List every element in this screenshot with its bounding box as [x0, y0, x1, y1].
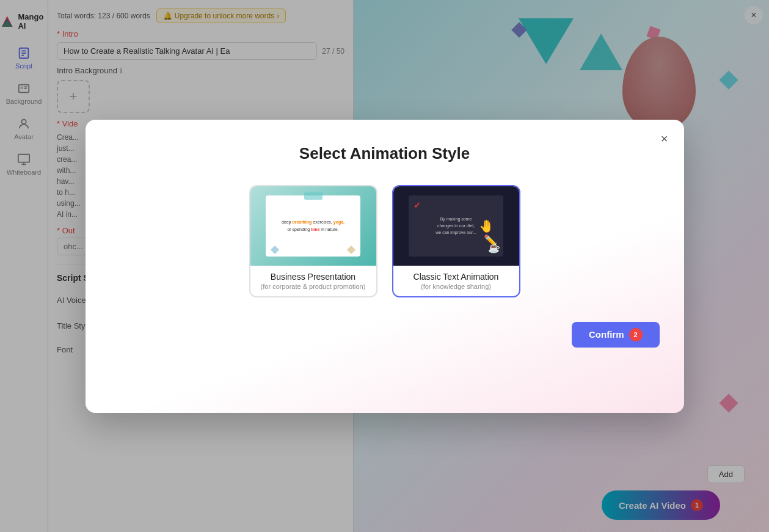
card-hand-icon: 🤚: [479, 219, 494, 233]
card-inner-classic: ✓ By making somechanges in our diet,we c…: [409, 195, 503, 257]
business-presentation-card[interactable]: deep breathing exercises, yoga, or spend…: [249, 185, 377, 297]
confirm-button[interactable]: Confirm 2: [572, 322, 660, 348]
animation-cards-row: deep breathing exercises, yoga, or spend…: [110, 185, 660, 297]
card-inner-business: deep breathing exercises, yoga, or spend…: [266, 195, 360, 257]
card-info-classic: Classic Text Animation (for knowledge sh…: [393, 266, 519, 296]
card-preview-classic: ✓ By making somechanges in our diet,we c…: [393, 186, 519, 266]
card-subtitle-business: (for corporate & product promotion): [258, 283, 369, 290]
card-diamond-right: [347, 245, 355, 253]
confirm-badge: 2: [629, 328, 643, 341]
card-checkmark: ✓: [414, 200, 421, 210]
classic-text-animation-card[interactable]: ✓ By making somechanges in our diet,we c…: [392, 185, 520, 297]
animation-style-modal: × Select Animation Style deep breathing …: [86, 120, 684, 413]
modal-title: Select Animation Style: [110, 144, 660, 163]
card-text-classic: By making somechanges in our diet,we can…: [436, 216, 476, 236]
modal-close-button[interactable]: ×: [655, 129, 674, 149]
card-title-business: Business Presentation: [258, 272, 369, 282]
card-info-business: Business Presentation (for corporate & p…: [250, 266, 376, 296]
card-coffee-icon: ☕: [488, 242, 500, 253]
card-preview-business: deep breathing exercises, yoga, or spend…: [250, 186, 376, 266]
confirm-row: Confirm 2: [110, 322, 660, 348]
card-diamond-left: [271, 245, 279, 253]
card-subtitle-classic: (for knowledge sharing): [401, 283, 512, 290]
card-tape: [304, 192, 323, 200]
card-text-business: deep breathing exercises, yoga, or spend…: [282, 219, 344, 232]
card-title-classic: Classic Text Animation: [401, 272, 512, 282]
